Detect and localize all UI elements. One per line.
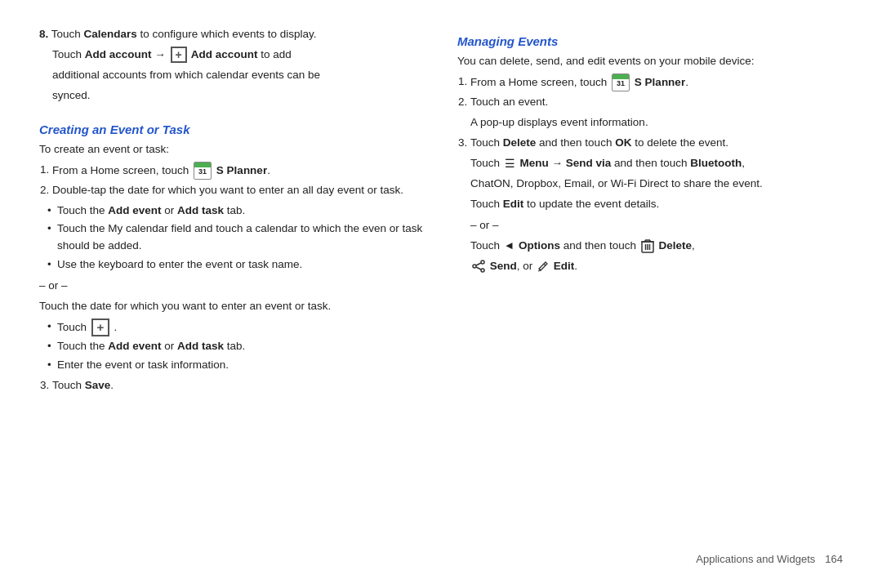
step8-text1: Touch xyxy=(48,28,83,40)
options-pre: Touch xyxy=(470,239,503,252)
mstep3-mid: and then touch xyxy=(536,136,615,149)
managing-step3-list: Touch Delete and then touch OK to delete… xyxy=(457,135,843,152)
creating-step3: Touch Save. xyxy=(52,377,425,394)
calendar-icon-2: 31 xyxy=(612,74,630,91)
menu-bold1: Menu xyxy=(520,157,549,169)
step8-arrow: → xyxy=(152,48,169,60)
managing-title: Managing Events xyxy=(457,34,843,48)
creating-title: Creating an Event or Task xyxy=(39,122,425,136)
mstep3-post: to delete the event. xyxy=(631,136,728,149)
send-edit-line: Send, or Edit. xyxy=(457,258,843,275)
send-bold: Send xyxy=(490,260,517,272)
mstep1-post: . xyxy=(685,75,688,87)
bullet2-2: Touch the Add event or Add task tab. xyxy=(49,338,425,355)
edit-pencil-icon xyxy=(537,261,549,272)
step8-text3: to add xyxy=(258,48,292,60)
edit-bold: Edit xyxy=(503,198,524,210)
calendar-icon-1: 31 xyxy=(194,162,212,180)
cal-num-2: 31 xyxy=(617,78,625,90)
mstep3-bold1: Delete xyxy=(503,136,537,149)
menu-arrow: → xyxy=(549,157,566,169)
footer-page: 164 xyxy=(825,553,843,565)
menu-bold2: Send via xyxy=(566,157,612,169)
page: 8. Touch Calendars to configure which ev… xyxy=(0,0,882,588)
touch-period: . xyxy=(114,320,118,332)
svg-point-9 xyxy=(473,265,476,268)
mstep1-pre: From a Home screen, touch xyxy=(470,75,607,87)
plus-icon: + xyxy=(171,47,187,63)
svg-line-15 xyxy=(544,264,546,265)
delete-bold: Delete xyxy=(659,239,693,252)
options-post: , xyxy=(692,239,695,252)
step8-line3: additional accounts from which calendar … xyxy=(39,67,425,84)
step8-line4: synced. xyxy=(39,87,425,105)
managing-steps: From a Home screen, touch 31 S Planner. … xyxy=(457,74,843,111)
footer: Applications and Widgets 164 xyxy=(39,546,843,565)
edit-line: Touch Edit to update the event details. xyxy=(457,196,843,213)
or-divider-2: – or – xyxy=(457,216,843,234)
managing-section: Managing Events You can delete, send, an… xyxy=(457,26,843,278)
step8-block: 8. Touch Calendars to configure which ev… xyxy=(39,26,425,108)
managing-step3: Touch Delete and then touch OK to delete… xyxy=(470,135,843,152)
creating-section: Creating an Event or Task To create an e… xyxy=(39,114,425,398)
cal-top-2 xyxy=(612,74,629,79)
step1-post: . xyxy=(267,163,270,176)
svg-point-8 xyxy=(481,261,484,264)
menu-icon: ☰ xyxy=(505,155,515,173)
cal-num: 31 xyxy=(198,167,207,178)
menu-pre: Touch xyxy=(470,157,503,169)
step3-bold: Save xyxy=(85,379,111,391)
bullet1-1: Touch the Add event or Add task tab. xyxy=(49,203,425,220)
content-area: 8. Touch Calendars to configure which ev… xyxy=(39,26,843,546)
cal-top xyxy=(194,163,211,167)
left-column: 8. Touch Calendars to configure which ev… xyxy=(39,26,425,546)
managing-intro: You can delete, send, and edit events on… xyxy=(457,53,843,70)
right-column: Managing Events You can delete, send, an… xyxy=(457,26,843,546)
step3-post: . xyxy=(110,379,114,391)
step1-pre: From a Home screen, touch xyxy=(52,163,189,176)
menu-line2: ChatON, Dropbox, Email, or Wi-Fi Direct … xyxy=(457,176,843,193)
step8-line2-pre: Touch xyxy=(52,48,85,60)
mstep3-pre: Touch xyxy=(470,136,503,149)
popup-text: A pop-up displays event information. xyxy=(457,114,843,131)
creating-step2: Double-tap the date for which you want t… xyxy=(52,182,425,199)
options-line: Touch ◄ Options and then touch Delete, xyxy=(457,238,843,255)
step8-bold3: Add account xyxy=(189,48,258,60)
step8-bold1: Calendars xyxy=(84,28,137,40)
step3-text: Touch xyxy=(52,379,85,391)
menu-post: , xyxy=(742,157,745,169)
creating-intro: To create an event or task: xyxy=(39,141,425,158)
share-icon xyxy=(472,260,485,273)
mstep1-bold: S Planner xyxy=(635,75,685,87)
or-divider-1: – or – xyxy=(39,277,425,295)
send-comma: , or xyxy=(517,260,533,272)
bullet1-2: Touch the My calendar field and touch a … xyxy=(49,220,425,255)
svg-line-12 xyxy=(476,267,481,270)
step8-num: 8. xyxy=(39,28,48,40)
menu-bold3: Bluetooth xyxy=(690,157,742,169)
step1-bold: S Planner xyxy=(216,163,267,176)
edit-label-bold: Edit xyxy=(554,260,575,272)
mstep3-bold2: OK xyxy=(615,136,631,149)
options-bold: Options xyxy=(515,239,560,252)
left-arrow-icon: ◄ xyxy=(504,238,514,255)
creating-para1: Touch the date for which you want to ent… xyxy=(39,298,425,315)
managing-step2: Touch an event. xyxy=(470,94,843,111)
step8-bold2: Add account xyxy=(85,48,152,60)
step8-line2: Touch Add account → + Add account to add xyxy=(39,47,425,64)
creating-steps: From a Home screen, touch 31 S Planner. … xyxy=(39,162,425,199)
trash-icon xyxy=(641,238,654,253)
bullet2-3: Enter the event or task information. xyxy=(49,357,425,374)
creating-bullets1: Touch the Add event or Add task tab. Tou… xyxy=(39,203,425,274)
menu-line: Touch ☰ Menu → Send via and then touch B… xyxy=(457,155,843,173)
step8-text2: to configure which events to display. xyxy=(137,28,317,40)
footer-text: Applications and Widgets xyxy=(696,553,815,565)
step8-line1: 8. Touch Calendars to configure which ev… xyxy=(39,26,425,43)
svg-line-11 xyxy=(476,263,481,265)
creating-step1: From a Home screen, touch 31 S Planner. xyxy=(52,162,425,180)
svg-point-10 xyxy=(481,269,484,272)
bullet2-1: Touch + . xyxy=(49,318,425,336)
creating-step3-list: Touch Save. xyxy=(39,377,425,394)
edit-period: . xyxy=(574,260,577,272)
touch-plus-icon: + xyxy=(91,318,109,336)
